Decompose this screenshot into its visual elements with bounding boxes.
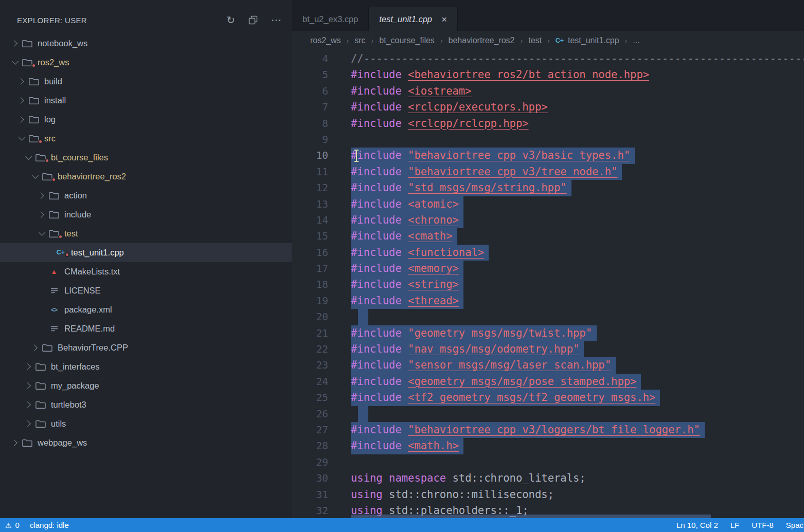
clangd-status[interactable]: clangd: idle <box>30 521 69 529</box>
breadcrumb-item-test-unit1-cpp[interactable]: test_unit1.cpp <box>568 36 619 45</box>
tree-item-behaviortree-cpp[interactable]: BehaviorTree.CPP <box>0 338 292 357</box>
line-number[interactable]: 21 <box>292 325 328 341</box>
line-number[interactable]: 25 <box>292 390 328 406</box>
line-number[interactable]: 23 <box>292 357 328 373</box>
tree-item-my-package[interactable]: my_package <box>0 376 292 395</box>
code-line-8[interactable]: 8#include <rclcpp/rclcpp.hpp> <box>292 116 804 132</box>
code-line-17[interactable]: 17#include <memory> <box>292 261 804 277</box>
problems-indicator[interactable]: ⚠ 0 <box>5 521 20 529</box>
breadcrumb-item-src[interactable]: src <box>354 36 365 45</box>
cursor-position[interactable]: Ln 10, Col 2 <box>676 521 718 529</box>
code-line-6[interactable]: 6#include <iostream> <box>292 83 804 99</box>
more-actions-icon[interactable]: ⋯ <box>271 15 281 25</box>
line-number[interactable]: 8 <box>292 116 328 132</box>
tree-item-utils[interactable]: utils <box>0 414 292 433</box>
line-number[interactable]: 12 <box>292 180 328 196</box>
breadcrumb-item-test[interactable]: test <box>528 36 542 45</box>
tree-item-package-xml[interactable]: <>package.xml <box>0 300 292 319</box>
refresh-explorer-icon[interactable]: ↻ <box>226 15 235 25</box>
line-number[interactable]: 16 <box>292 245 328 261</box>
line-number[interactable]: 5 <box>292 67 328 83</box>
tree-item-license[interactable]: LICENSE <box>0 281 292 300</box>
code-editor[interactable]: 4//-------------------------------------… <box>292 50 804 518</box>
breadcrumb-item-[interactable]: ... <box>633 36 639 45</box>
line-number[interactable]: 17 <box>292 261 328 277</box>
line-number[interactable]: 13 <box>292 196 328 212</box>
code-line-21[interactable]: 21#include "geometry_msgs/msg/twist.hpp" <box>292 325 804 341</box>
tree-item-install[interactable]: install <box>0 91 292 110</box>
line-number[interactable]: 14 <box>292 212 328 228</box>
code-line-25[interactable]: 25#include <tf2_geometry_msgs/tf2_geomet… <box>292 390 804 406</box>
code-line-5[interactable]: 5#include <behaviortree_ros2/bt_action_n… <box>292 67 804 83</box>
tree-item-include[interactable]: include <box>0 205 292 224</box>
code-line-15[interactable]: 15#include <cmath> <box>292 228 804 244</box>
code-line-24[interactable]: 24#include <geometry_msgs/msg/pose_stamp… <box>292 374 804 390</box>
code-line-27[interactable]: 27#include "behaviortree_cpp_v3/loggers/… <box>292 422 804 438</box>
tree-item-behaviortree-ros2[interactable]: behaviortree_ros2 <box>0 167 292 186</box>
line-number[interactable]: 19 <box>292 293 328 309</box>
collapse-folders-icon[interactable] <box>248 15 258 25</box>
tree-item-action[interactable]: action <box>0 186 292 205</box>
code-line-23[interactable]: 23#include "sensor_msgs/msg/laser_scan.h… <box>292 357 804 373</box>
code-line-12[interactable]: 12#include "std_msgs/msg/string.hpp" <box>292 180 804 196</box>
code-line-7[interactable]: 7#include <rclcpp/executors.hpp> <box>292 99 804 115</box>
code-line-4[interactable]: 4//-------------------------------------… <box>292 51 804 67</box>
code-line-19[interactable]: 19#include <thread> <box>292 293 804 309</box>
tree-item-ros2-ws[interactable]: ros2_ws <box>0 53 292 72</box>
breadcrumb-item-ros2-ws[interactable]: ros2_ws <box>310 36 341 45</box>
code-line-16[interactable]: 16#include <functional> <box>292 245 804 261</box>
tree-item-bt-interfaces[interactable]: bt_interfaces <box>0 357 292 376</box>
indentation-indicator[interactable]: Spac <box>786 521 803 529</box>
code-line-14[interactable]: 14#include <chrono> <box>292 212 804 228</box>
tree-item-test-unit1-cpp[interactable]: C+test_unit1.cpp <box>0 243 292 262</box>
line-number[interactable]: 10 <box>292 148 328 163</box>
tree-item-test[interactable]: test <box>0 224 292 243</box>
tree-item-readme-md[interactable]: README.md <box>0 319 292 338</box>
eol-indicator[interactable]: LF <box>730 521 740 529</box>
line-number[interactable]: 7 <box>292 99 328 115</box>
tree-item-bt-course-files[interactable]: bt_course_files <box>0 148 292 167</box>
code-line-13[interactable]: 13#include <atomic> <box>292 196 804 212</box>
line-number[interactable]: 18 <box>292 277 328 292</box>
code-line-9[interactable]: 9 <box>292 132 804 148</box>
line-number[interactable]: 22 <box>292 341 328 357</box>
line-number[interactable]: 11 <box>292 164 328 180</box>
encoding-indicator[interactable]: UTF-8 <box>752 521 774 529</box>
breadcrumb-item-bt-course-files[interactable]: bt_course_files <box>379 36 435 45</box>
tree-item-turtlebot3[interactable]: turtlebot3 <box>0 395 292 414</box>
line-number[interactable]: 15 <box>292 228 328 244</box>
line-number[interactable]: 29 <box>292 454 328 470</box>
line-number[interactable]: 4 <box>292 51 328 67</box>
code-line-30[interactable]: 30using namespace std::chrono_literals; <box>292 470 804 486</box>
close-tab-icon[interactable]: × <box>441 14 447 24</box>
code-line-20[interactable]: 20 <box>292 309 804 325</box>
code-line-22[interactable]: 22#include "nav_msgs/msg/odometry.hpp" <box>292 341 804 357</box>
line-number[interactable]: 27 <box>292 422 328 438</box>
tree-item-cmakelists-txt[interactable]: ▲CMakeLists.txt <box>0 262 292 281</box>
line-number[interactable]: 6 <box>292 83 328 99</box>
tab-test-unit1-cpp[interactable]: test_unit1.cpp× <box>369 7 458 31</box>
line-number[interactable]: 28 <box>292 438 328 454</box>
line-number[interactable]: 26 <box>292 406 328 422</box>
breadcrumb-item-behaviortree-ros2[interactable]: behaviortree_ros2 <box>449 36 515 45</box>
line-number[interactable]: 31 <box>292 487 328 503</box>
tree-item-log[interactable]: log <box>0 110 292 129</box>
line-number[interactable]: 9 <box>292 132 328 148</box>
line-number[interactable]: 20 <box>292 309 328 325</box>
code-line-29[interactable]: 29 <box>292 454 804 470</box>
horizontal-scrollbar[interactable] <box>351 515 711 518</box>
tree-item-src[interactable]: src <box>0 129 292 148</box>
code-line-28[interactable]: 28#include <math.h> <box>292 438 804 454</box>
tree-item-webpage-ws[interactable]: webpage_ws <box>0 433 292 452</box>
tree-item-notebook-ws[interactable]: notebook_ws <box>0 34 292 53</box>
code-line-18[interactable]: 18#include <string> <box>292 277 804 292</box>
line-number[interactable]: 32 <box>292 503 328 518</box>
line-number[interactable]: 30 <box>292 470 328 486</box>
code-line-10[interactable]: 10#include "behaviortree_cpp_v3/basic_ty… <box>292 148 804 163</box>
code-line-11[interactable]: 11#include "behaviortree_cpp_v3/tree_nod… <box>292 164 804 180</box>
line-number[interactable]: 24 <box>292 374 328 390</box>
code-line-26[interactable]: 26 <box>292 406 804 422</box>
code-line-31[interactable]: 31using std::chrono::milliseconds; <box>292 487 804 503</box>
tree-item-build[interactable]: build <box>0 72 292 91</box>
tab-bt-u2-ex3-cpp[interactable]: bt_u2_ex3.cpp <box>292 7 369 31</box>
